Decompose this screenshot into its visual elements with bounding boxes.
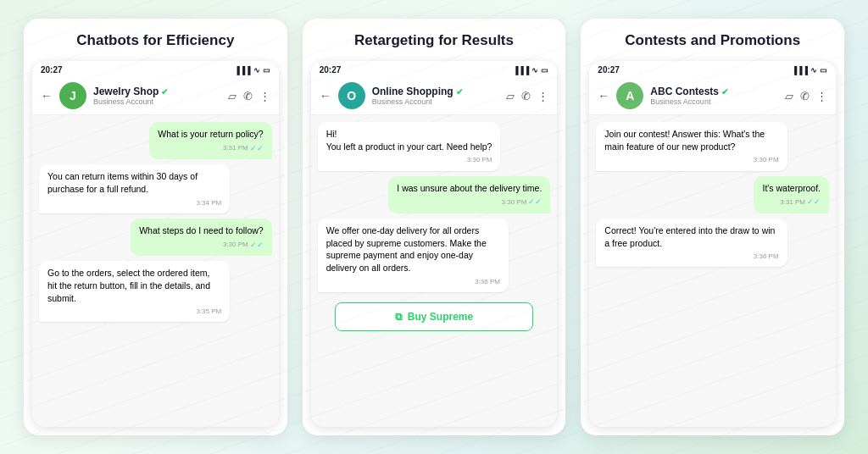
contact-name-3: ABC Contests ✔ [650,86,778,97]
call-icon-2[interactable]: ✆ [521,90,531,102]
contact-name-2: Online Shopping ✔ [372,86,500,97]
battery-icon-1: ▭ [263,66,270,75]
status-icons-1: ▐▐▐ ∿ ▭ [235,66,270,75]
chatbots-title: Chatbots for Efficiency [24,19,287,61]
header-icons-1: ▱ ✆ ⋮ [228,90,270,102]
chat-header-1: ← J Jewelry Shop ✔ Business Account ▱ ✆ … [32,77,279,115]
buy-supreme-button[interactable]: ⧉ Buy Supreme [335,302,532,331]
contact-sub-1: Business Account [93,97,221,106]
more-icon-1[interactable]: ⋮ [259,90,270,102]
call-icon-1[interactable]: ✆ [243,90,253,102]
cta-label: Buy Supreme [408,311,473,323]
msg-2-2: I was unsure about the delivery time. 3:… [388,176,550,213]
chat-body-2: Hi!You left a product in your cart. Need… [311,115,558,427]
msg-3-2: It's waterproof. 3:31 PM✓✓ [754,176,829,213]
header-icons-2: ▱ ✆ ⋮ [506,90,548,102]
verified-badge-2: ✔ [456,87,463,97]
signal-icon-2: ▐▐▐ [513,66,529,75]
msg-3-3: Correct! You're entered into the draw to… [596,219,787,268]
contact-sub-2: Business Account [372,97,500,106]
status-bar-2: 20:27 ▐▐▐ ∿ ▭ [311,61,558,77]
link-icon: ⧉ [395,311,403,323]
wifi-icon-3: ∿ [810,66,817,75]
avatar-3: A [616,82,643,109]
back-icon-1[interactable]: ← [41,89,53,102]
wifi-icon-2: ∿ [531,66,538,75]
chatbots-card: Chatbots for Efficiency 20:27 ▐▐▐ ∿ ▭ ← … [24,19,287,435]
msg-1-2: You can return items within 30 days of p… [39,164,230,213]
avatar-1: J [59,82,86,109]
msg-1-1: What is your return policy? 3:31 PM✓✓ [149,122,271,159]
chatbots-phone: 20:27 ▐▐▐ ∿ ▭ ← J Jewelry Shop ✔ [32,61,279,427]
contact-sub-3: Business Account [650,97,778,106]
chat-info-2: Online Shopping ✔ Business Account [372,86,500,106]
signal-icon-3: ▐▐▐ [792,66,808,75]
msg-3-1: Join our contest! Answer this: What's th… [596,122,787,171]
msg-1-4: Go to the orders, select the ordered ite… [39,261,230,322]
status-bar-3: 20:27 ▐▐▐ ∿ ▭ [589,61,836,77]
retargeting-title: Retargeting for Results [303,19,566,61]
chat-info-1: Jewelry Shop ✔ Business Account [93,86,221,106]
video-icon-1[interactable]: ▱ [228,90,236,102]
retargeting-card: Retargeting for Results 20:27 ▐▐▐ ∿ ▭ ← … [303,19,566,435]
main-container: Chatbots for Efficiency 20:27 ▐▐▐ ∿ ▭ ← … [0,0,868,454]
verified-badge-3: ✔ [721,87,728,97]
retargeting-phone: 20:27 ▐▐▐ ∿ ▭ ← O Online Shopping ✔ B [311,61,558,427]
msg-2-3: We offer one-day delivery for all orders… [318,219,509,292]
msg-1-3: What steps do I need to follow? 3:30 PM✓… [131,219,272,256]
contests-title: Contests and Promotions [581,19,844,61]
battery-icon-2: ▭ [541,66,548,75]
video-icon-2[interactable]: ▱ [506,90,515,102]
call-icon-3[interactable]: ✆ [800,90,810,102]
chat-body-1: What is your return policy? 3:31 PM✓✓ Yo… [32,115,279,427]
contests-card: Contests and Promotions 20:27 ▐▐▐ ∿ ▭ ← … [581,19,844,435]
status-icons-3: ▐▐▐ ∿ ▭ [792,66,827,75]
back-icon-2[interactable]: ← [320,89,331,102]
status-icons-2: ▐▐▐ ∿ ▭ [513,66,548,75]
back-icon-3[interactable]: ← [598,89,609,102]
signal-icon-1: ▐▐▐ [235,66,251,75]
msg-2-1: Hi!You left a product in your cart. Need… [318,122,501,171]
status-bar-1: 20:27 ▐▐▐ ∿ ▭ [32,61,279,77]
chat-header-3: ← A ABC Contests ✔ Business Account ▱ ✆ … [589,77,836,115]
wifi-icon-1: ∿ [253,66,260,75]
verified-badge-1: ✔ [161,87,168,97]
chat-header-2: ← O Online Shopping ✔ Business Account ▱… [311,77,558,115]
header-icons-3: ▱ ✆ ⋮ [785,90,827,102]
more-icon-2[interactable]: ⋮ [537,90,548,102]
avatar-2: O [338,82,365,109]
contact-name-1: Jewelry Shop ✔ [93,86,221,97]
status-time-1: 20:27 [41,65,63,75]
chat-info-3: ABC Contests ✔ Business Account [650,86,778,106]
more-icon-3[interactable]: ⋮ [816,90,827,102]
chat-body-3: Join our contest! Answer this: What's th… [589,115,836,427]
status-time-2: 20:27 [320,65,342,75]
status-time-3: 20:27 [598,65,620,75]
video-icon-3[interactable]: ▱ [785,90,793,102]
contests-phone: 20:27 ▐▐▐ ∿ ▭ ← A ABC Contests ✔ Busi [589,61,836,427]
battery-icon-3: ▭ [820,66,827,75]
